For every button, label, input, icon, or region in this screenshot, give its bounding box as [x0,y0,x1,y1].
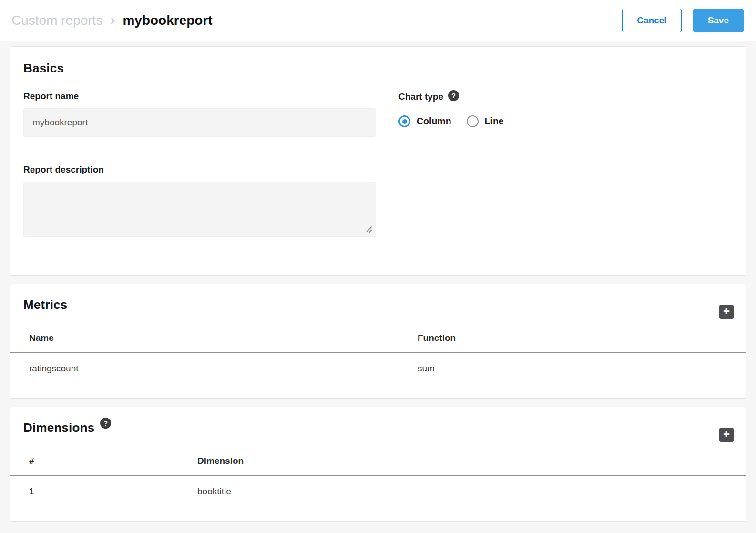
metric-name-cell: ratingscount [10,353,398,385]
dimensions-col-number: # [10,448,178,476]
report-name-input[interactable] [23,108,376,137]
dimensions-table: # Dimension 1 booktitle [10,448,746,508]
cancel-button[interactable]: Cancel [622,9,681,32]
report-description-input[interactable] [23,182,376,237]
chart-type-column-radio[interactable]: Column [398,115,451,127]
page-body: Basics Report name Report description Ch… [0,41,756,533]
breadcrumb-current-report: mybookreport [123,13,212,28]
radio-selected-icon [398,115,410,127]
dimensions-header-row: # Dimension [10,448,746,476]
dimensions-col-dimension: Dimension [178,448,746,476]
chevron-right-icon: › [110,12,115,28]
basics-card: Basics Report name Report description Ch… [10,46,746,276]
radio-label-line: Line [485,116,504,127]
dimensions-card-head: Dimensions ? + [10,407,746,442]
metric-function-cell: sum [398,353,746,385]
help-icon[interactable]: ? [448,90,459,101]
breadcrumb-custom-reports[interactable]: Custom reports [11,13,102,28]
report-description-wrap [23,182,376,237]
dimensions-title-row: Dimensions ? [23,420,111,435]
basics-title: Basics [23,61,733,76]
add-metric-button[interactable]: + [719,305,734,319]
metrics-col-name: Name [10,325,398,353]
metrics-table: Name Function ratingscount sum [10,325,746,385]
metrics-col-function: Function [398,325,746,353]
metrics-card-head: Metrics + [10,284,746,319]
basics-left-column: Report name Report description [23,91,376,237]
report-description-label: Report description [23,164,376,175]
help-icon[interactable]: ? [100,418,111,429]
dimensions-card: Dimensions ? + # Dimension 1 booktitle [10,407,746,522]
metrics-header-row: Name Function [10,325,746,353]
table-row[interactable]: ratingscount sum [10,353,746,385]
metrics-title: Metrics [23,297,67,312]
radio-unselected-icon [467,115,479,127]
report-description-block: Report description [23,164,376,237]
chart-type-line-radio[interactable]: Line [467,115,504,127]
add-dimension-button[interactable]: + [719,428,734,442]
chart-type-label: Chart type [398,92,443,102]
top-bar: Custom reports › mybookreport Cancel Sav… [0,0,756,41]
header-actions: Cancel Save [622,9,744,32]
dimension-number-cell: 1 [10,476,178,508]
radio-label-column: Column [417,116,451,127]
report-name-label: Report name [23,91,376,102]
metrics-card: Metrics + Name Function ratingscount sum [10,284,746,399]
breadcrumb: Custom reports › mybookreport [11,12,213,29]
chart-type-label-row: Chart type ? [398,91,504,102]
save-button[interactable]: Save [693,9,744,32]
chart-type-options: Column Line [398,115,504,127]
dimensions-title: Dimensions [23,420,94,435]
chart-type-section: Chart type ? Column Line [398,91,504,237]
table-row[interactable]: 1 booktitle [10,476,746,508]
basics-grid: Report name Report description Chart typ… [23,91,733,237]
dimension-name-cell: booktitle [178,476,746,508]
